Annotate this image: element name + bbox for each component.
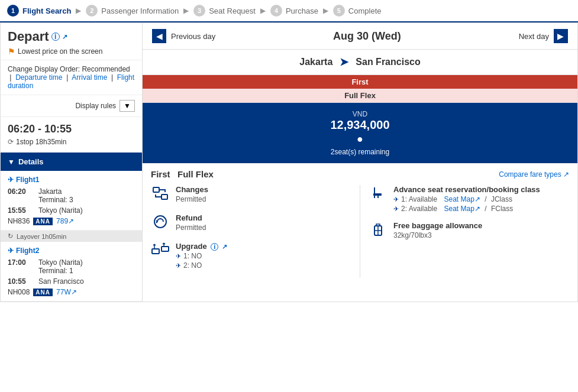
step-2-num: 2 <box>86 5 98 17</box>
upgrade-title: Upgrade i ↗ <box>176 242 227 251</box>
flight1-depart-row: 06:20 Jakarta Terminal: 3 <box>8 187 135 204</box>
flight2-arrive-row: 10:55 San Francisco <box>8 277 135 286</box>
upgrade-content: Upgrade i ↗ ✈ 1: NO ✈ <box>176 242 227 270</box>
plane-icon-s1: ✈ <box>393 196 399 203</box>
fare-class-label: First <box>351 77 368 86</box>
layover-bar: ↻ Layover 1h05min <box>1 231 142 242</box>
flag-icon: ⚑ <box>8 47 15 56</box>
svg-point-2 <box>154 216 166 228</box>
plane-icon-1: ✈ <box>8 176 14 184</box>
flight-stops: ⟳ 1stop 18h35min <box>8 138 135 146</box>
next-day-button[interactable]: ▶ <box>554 29 568 43</box>
upgrade-flight-2: ✈ 2: NO <box>176 261 227 270</box>
fare-subheader: Full Flex <box>143 89 577 103</box>
f2-code-link[interactable]: 77W↗ <box>56 288 77 296</box>
price-amount: 12,934,000 <box>150 118 570 132</box>
seat-1-class: JClass <box>491 195 512 203</box>
refund-item: Refund Permitted <box>151 213 351 234</box>
flight-time: 06:20 - 10:55 <box>8 123 135 135</box>
lowest-price-bar: ⚑ Lowest price on the screen <box>8 47 135 56</box>
step-4-purchase[interactable]: 4 Purchase <box>270 5 318 17</box>
prev-day-section: ◀ Previous day <box>152 29 215 43</box>
seat-flight-1: ✈ 1: Available Seat Map↗ / JClass <box>393 195 540 203</box>
depart-title: Depart i ↗ <box>8 29 135 44</box>
external-link-icon[interactable]: ↗ <box>62 33 67 41</box>
info-icon[interactable]: i <box>51 33 60 41</box>
step-3-seat[interactable]: 3 Seat Request <box>193 5 256 17</box>
stop-icon: ⟳ <box>8 138 14 146</box>
svg-rect-0 <box>153 187 159 192</box>
f2-airline: NH008 <box>8 288 30 296</box>
change-order-label: Change Display Order: <box>8 65 80 73</box>
details-chevron-icon: ▼ <box>8 158 15 166</box>
f2-depart-terminal: Terminal: 1 <box>38 267 83 275</box>
date-nav: ◀ Previous day Aug 30 (Wed) Next day ▶ <box>143 23 577 50</box>
changes-content: Changes Permitted <box>176 185 208 203</box>
svg-rect-4 <box>162 247 169 251</box>
step-4-label: Purchase <box>286 7 318 15</box>
seat-1-label: 1: Available <box>401 195 437 203</box>
step-5-label: Complete <box>348 7 382 15</box>
f1-arrive-info: Tokyo (Narita) <box>38 206 83 215</box>
step-1-num: 1 <box>7 5 19 17</box>
arrival-time-link[interactable]: Arrival time <box>72 73 107 82</box>
price-currency: VND <box>150 110 570 118</box>
flight1-title: Flight1 <box>16 176 39 184</box>
layover-label: Layover 1h05min <box>17 233 66 240</box>
details-label: Details <box>18 157 44 166</box>
f2-arrive-time: 10:55 <box>8 277 31 286</box>
step-5-complete[interactable]: 5 Complete <box>333 5 382 17</box>
depart-label: Depart <box>8 29 49 44</box>
upgrade-title-text: Upgrade <box>176 242 207 251</box>
current-date: Aug 30 (Wed) <box>333 30 401 43</box>
f1-code-link[interactable]: 789↗ <box>56 217 74 225</box>
f2-depart-time: 17:00 <box>8 258 31 275</box>
flight2-section: ✈ Flight2 17:00 Tokyo (Narita) Terminal:… <box>1 242 142 302</box>
fare-info-grid: Changes Permitted <box>151 185 569 278</box>
details-header[interactable]: ▼ Details <box>1 153 142 171</box>
seat-values: ✈ 1: Available Seat Map↗ / JClass <box>393 195 540 213</box>
flight1-arrive-row: 15:55 Tokyo (Narita) <box>8 206 135 215</box>
f1-depart-time: 06:20 <box>8 187 31 204</box>
compare-fare-link[interactable]: Compare fare types ↗ <box>499 170 569 179</box>
seat-2-class: FClass <box>491 205 513 213</box>
f1-code: 789 <box>56 217 68 225</box>
display-rules-bar: Display rules ▼ <box>1 95 142 117</box>
fare-full-label: First <box>151 169 170 179</box>
seat-2-map: Seat Map <box>444 205 474 213</box>
upgrade-item: Upgrade i ↗ ✈ 1: NO ✈ <box>151 242 351 270</box>
f2-code: 77W <box>56 288 71 296</box>
changes-title: Changes <box>176 185 208 194</box>
f1-airline: NH836 <box>8 217 30 225</box>
step-2-passenger[interactable]: 2 Passenger Information <box>86 5 179 17</box>
price-block[interactable]: VND 12,934,000 ● 2seat(s) remaining <box>143 103 577 163</box>
fare-info-left: Changes Permitted <box>151 185 360 278</box>
departure-time-link[interactable]: Departure time <box>15 73 62 82</box>
stops-label: 1stop 18h35min <box>16 138 66 146</box>
flight2-label: ✈ Flight2 <box>8 247 135 255</box>
seat-map-link-2[interactable]: Seat Map↗ <box>444 205 480 213</box>
fare-class-header: First <box>143 75 577 89</box>
breadcrumb: 1 Flight Search ▶ 2 Passenger Informatio… <box>0 0 578 22</box>
step-2-label: Passenger Information <box>101 7 179 15</box>
upgrade-info-icon[interactable]: i <box>211 243 218 251</box>
depart-header: Depart i ↗ ⚑ Lowest price on the screen <box>1 23 142 60</box>
changes-item: Changes Permitted <box>151 185 351 205</box>
display-rules-dropdown[interactable]: ▼ <box>120 100 135 112</box>
baggage-icon <box>369 221 388 241</box>
seat-map-link-1[interactable]: Seat Map↗ <box>444 195 480 203</box>
prev-day-button[interactable]: ◀ <box>152 29 166 43</box>
route-bar: Jakarta ➤ San Francisco <box>143 50 577 75</box>
seat-item: Advance seat reservation/booking class ✈… <box>369 185 569 213</box>
fare-details-header: First Full Flex Compare fare types ↗ <box>151 169 569 179</box>
price-dot-icon: ● <box>150 133 570 145</box>
fare-full-name: First Full Flex <box>151 169 214 179</box>
step-1-label: Flight Search <box>22 7 71 15</box>
recommended-label: Recommended <box>82 65 130 73</box>
step-3-label: Seat Request <box>209 7 256 15</box>
main-container: Depart i ↗ ⚑ Lowest price on the screen … <box>0 22 578 302</box>
step-1-flight-search[interactable]: 1 Flight Search <box>7 5 71 17</box>
upgrade-ext-icon[interactable]: ↗ <box>222 243 227 250</box>
plane-icon-u1: ✈ <box>176 252 181 260</box>
seat-flight-2: ✈ 2: Available Seat Map↗ / FClass <box>393 205 540 213</box>
